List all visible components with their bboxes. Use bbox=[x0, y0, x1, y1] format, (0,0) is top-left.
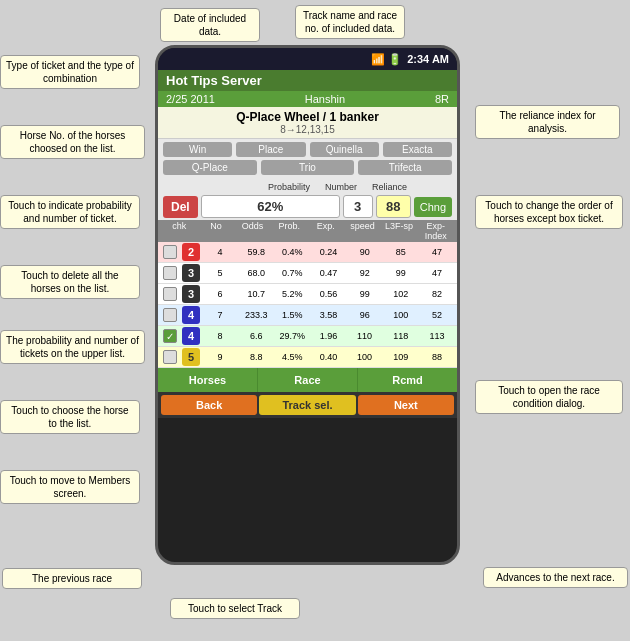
table-cell: 100 bbox=[347, 352, 383, 362]
change-button[interactable]: Chng bbox=[414, 197, 452, 217]
table-header: chk No Odds Prob. Exp. speed L3F-sp Exp-… bbox=[158, 220, 457, 242]
table-cell: 233.3 bbox=[238, 310, 274, 320]
table-cell: 6.6 bbox=[238, 331, 274, 341]
app-header: Hot Tips Server bbox=[158, 70, 457, 91]
table-cell: 0.4% bbox=[274, 247, 310, 257]
annotation-choose-horse: Touch to choose the horse to the list. bbox=[0, 400, 140, 434]
table-cell: 8 bbox=[202, 331, 238, 341]
table-row[interactable]: 598.84.5%0.4010010988 bbox=[158, 347, 457, 368]
annotation-ticket-type: Type of ticket and the type of combinati… bbox=[0, 55, 140, 89]
table-cell: 99 bbox=[383, 268, 419, 278]
row-checkbox[interactable] bbox=[160, 350, 180, 364]
signal-icon: 📶 bbox=[371, 53, 385, 66]
table-row[interactable]: ✓486.629.7%1.96110118113 bbox=[158, 326, 457, 347]
table-cell: 4.5% bbox=[274, 352, 310, 362]
horse-number: 5 bbox=[182, 348, 200, 366]
table-cell: 8.8 bbox=[238, 352, 274, 362]
bet-trifecta[interactable]: Trifecta bbox=[358, 160, 452, 175]
bottom-nav: Horses Race Rcmd bbox=[158, 368, 457, 392]
nav-rcmd[interactable]: Rcmd bbox=[358, 368, 457, 392]
ticket-type-display: Q-Place Wheel / 1 banker 8→12,13,15 bbox=[158, 107, 457, 139]
race-date: 2/25 2011 bbox=[166, 93, 215, 105]
horse-number: 2 bbox=[182, 243, 200, 261]
track-select-button[interactable]: Track sel. bbox=[259, 395, 355, 415]
ticket-main: Q-Place Wheel / 1 banker bbox=[161, 110, 454, 124]
table-cell: 3.58 bbox=[310, 310, 346, 320]
bet-row-1: Win Place Quinella Exacta bbox=[163, 142, 452, 157]
reliance-display[interactable]: 88 bbox=[376, 195, 411, 218]
race-number: 8R bbox=[435, 93, 449, 105]
table-cell: 4 bbox=[202, 247, 238, 257]
table-cell: 100 bbox=[383, 310, 419, 320]
probability-display[interactable]: 62% bbox=[201, 195, 340, 218]
annotation-horse-no: Horse No. of the horses choosed on the l… bbox=[0, 125, 145, 159]
row-checkbox[interactable] bbox=[160, 245, 180, 259]
table-cell: 1.5% bbox=[274, 310, 310, 320]
table-row[interactable]: 3610.75.2%0.569910282 bbox=[158, 284, 457, 305]
table-cell: 85 bbox=[383, 247, 419, 257]
table-cell: 0.7% bbox=[274, 268, 310, 278]
checked-icon: ✓ bbox=[163, 329, 177, 343]
annotation-open-race: Touch to open the race condition dialog. bbox=[475, 380, 623, 414]
unchecked-icon bbox=[163, 287, 177, 301]
table-cell: 1.96 bbox=[310, 331, 346, 341]
bet-trio[interactable]: Trio bbox=[261, 160, 355, 175]
table-cell: 5.2% bbox=[274, 289, 310, 299]
table-cell: 47 bbox=[419, 268, 455, 278]
horse-number: 3 bbox=[182, 264, 200, 282]
table-cell: 88 bbox=[419, 352, 455, 362]
table-cell: 96 bbox=[347, 310, 383, 320]
annotation-next-race: Advances to the next race. bbox=[483, 567, 628, 588]
annotation-reliance: The reliance index for analysis. bbox=[475, 105, 620, 139]
table-cell: 5 bbox=[202, 268, 238, 278]
unchecked-icon bbox=[163, 266, 177, 280]
col-no: No bbox=[198, 221, 235, 241]
bet-buttons-container: Win Place Quinella Exacta Q-Place Trio T… bbox=[158, 139, 457, 181]
annotation-delete-all: Touch to delete all the horses on the li… bbox=[0, 265, 140, 299]
delete-button[interactable]: Del bbox=[163, 196, 198, 218]
table-cell: 59.8 bbox=[238, 247, 274, 257]
bet-place[interactable]: Place bbox=[236, 142, 305, 157]
back-button[interactable]: Back bbox=[161, 395, 257, 415]
nav-race[interactable]: Race bbox=[258, 368, 358, 392]
table-row[interactable]: 47233.31.5%3.589610052 bbox=[158, 305, 457, 326]
status-bar: 📶 🔋 2:34 AM bbox=[158, 48, 457, 70]
table-cell: 0.56 bbox=[310, 289, 346, 299]
table-row[interactable]: 3568.00.7%0.47929947 bbox=[158, 263, 457, 284]
table-cell: 52 bbox=[419, 310, 455, 320]
row-checkbox[interactable]: ✓ bbox=[160, 329, 180, 343]
phone-frame: 📶 🔋 2:34 AM Hot Tips Server 2/25 2011 Ha… bbox=[155, 45, 460, 565]
number-label: Number bbox=[325, 182, 357, 192]
row-checkbox[interactable] bbox=[160, 308, 180, 322]
table-cell: 7 bbox=[202, 310, 238, 320]
col-expidx: Exp-Index bbox=[417, 221, 454, 241]
col-speed: speed bbox=[344, 221, 381, 241]
bet-exacta[interactable]: Exacta bbox=[383, 142, 452, 157]
table-cell: 92 bbox=[347, 268, 383, 278]
table-cell: 90 bbox=[347, 247, 383, 257]
nav-horses[interactable]: Horses bbox=[158, 368, 258, 392]
horse-table: 2459.80.4%0.249085473568.00.7%0.47929947… bbox=[158, 242, 457, 368]
pnr-header: Probability Number Reliance bbox=[158, 181, 457, 193]
table-row[interactable]: 2459.80.4%0.24908547 bbox=[158, 242, 457, 263]
row-checkbox[interactable] bbox=[160, 266, 180, 280]
bet-win[interactable]: Win bbox=[163, 142, 232, 157]
horse-number: 4 bbox=[182, 327, 200, 345]
next-button[interactable]: Next bbox=[358, 395, 454, 415]
annotation-select-track: Touch to select Track bbox=[170, 598, 300, 619]
table-cell: 118 bbox=[383, 331, 419, 341]
horse-number: 3 bbox=[182, 285, 200, 303]
number-display[interactable]: 3 bbox=[343, 195, 373, 218]
row-checkbox[interactable] bbox=[160, 287, 180, 301]
col-prob: Prob. bbox=[271, 221, 308, 241]
bet-quinella[interactable]: Quinella bbox=[310, 142, 379, 157]
annotation-change-order: Touch to change the order of horses exce… bbox=[475, 195, 623, 229]
table-cell: 110 bbox=[347, 331, 383, 341]
col-odds: Odds bbox=[234, 221, 271, 241]
table-cell: 68.0 bbox=[238, 268, 274, 278]
table-cell: 6 bbox=[202, 289, 238, 299]
annotation-previous-race: The previous race bbox=[2, 568, 142, 589]
horse-number: 4 bbox=[182, 306, 200, 324]
bet-qplace[interactable]: Q-Place bbox=[163, 160, 257, 175]
race-info-bar: 2/25 2011 Hanshin 8R bbox=[158, 91, 457, 107]
